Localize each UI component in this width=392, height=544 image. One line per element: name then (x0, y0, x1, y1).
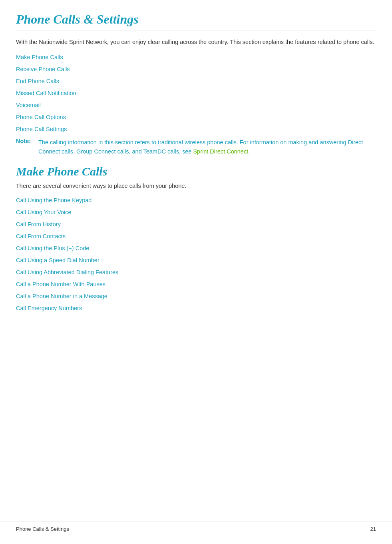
intro-text: With the Nationwide Sprint Network, you … (16, 38, 376, 47)
toc-link-make-phone-calls[interactable]: Make Phone Calls (16, 54, 376, 60)
sub-link-call-number-in-message[interactable]: Call a Phone Number in a Message (16, 293, 376, 299)
toc-link-voicemail[interactable]: Voicemail (16, 102, 376, 108)
toc-link-end-phone-calls[interactable]: End Phone Calls (16, 78, 376, 84)
page-title: Phone Calls & Settings (16, 12, 376, 27)
sub-link-call-using-your-voice[interactable]: Call Using Your Voice (16, 209, 376, 215)
note-text: The calling information in this section … (38, 138, 376, 156)
sub-link-call-number-with-pauses[interactable]: Call a Phone Number With Pauses (16, 281, 376, 287)
sub-link-call-emergency-numbers[interactable]: Call Emergency Numbers (16, 305, 376, 311)
note-link[interactable]: Sprint Direct Connect. (193, 148, 250, 155)
section-intro: There are several convenient ways to pla… (16, 181, 376, 191)
sub-link-call-using-abbreviated-dialing[interactable]: Call Using Abbreviated Dialing Features (16, 269, 376, 275)
toc-link-phone-call-options[interactable]: Phone Call Options (16, 114, 376, 120)
toc-link-receive-phone-calls[interactable]: Receive Phone Calls (16, 66, 376, 72)
title-divider (16, 30, 376, 30)
sub-link-call-from-history[interactable]: Call From History (16, 221, 376, 227)
footer: Phone Calls & Settings 21 (0, 522, 392, 532)
sub-link-call-from-contacts[interactable]: Call From Contacts (16, 233, 376, 239)
note-block: Note: The calling information in this se… (16, 138, 376, 156)
sub-link-call-using-speed-dial[interactable]: Call Using a Speed Dial Number (16, 257, 376, 263)
note-label: Note: (16, 138, 35, 156)
sub-link-call-using-phone-keypad[interactable]: Call Using the Phone Keypad (16, 197, 376, 203)
footer-left: Phone Calls & Settings (16, 526, 69, 532)
toc-link-missed-call-notification[interactable]: Missed Call Notification (16, 90, 376, 96)
toc-link-phone-call-settings[interactable]: Phone Call Settings (16, 126, 376, 132)
sub-link-call-using-plus-code[interactable]: Call Using the Plus (+) Code (16, 245, 376, 251)
footer-right: 21 (370, 526, 376, 532)
section-title: Make Phone Calls (16, 165, 376, 178)
